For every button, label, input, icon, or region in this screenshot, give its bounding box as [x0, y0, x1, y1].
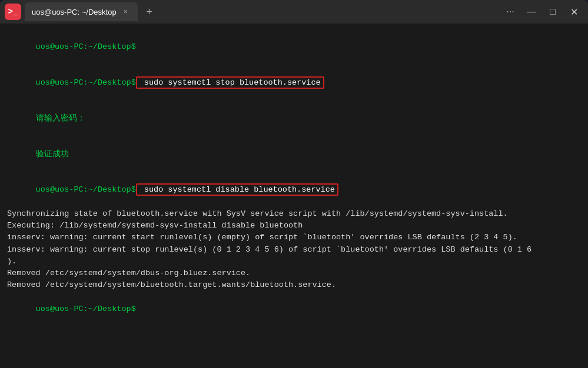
terminal-body[interactable]: uos@uos-PC:~/Desktop$ uos@uos-PC:~/Deskt… — [0, 24, 588, 368]
terminal-line-2: uos@uos-PC:~/Desktop$ sudo systemctl sto… — [7, 65, 581, 101]
terminal-line-4: 验证成功 — [7, 136, 581, 172]
terminal-line-1: uos@uos-PC:~/Desktop$ — [7, 29, 581, 65]
app-icon: >_ — [5, 4, 21, 20]
terminal-window: >_ uos@uos-PC: ~/Desktop × + ··· — □ ✕ u… — [0, 0, 588, 368]
terminal-line-6: Synchronizing state of bluetooth.service… — [7, 208, 581, 220]
tab-close-button[interactable]: × — [121, 7, 131, 16]
active-tab[interactable]: uos@uos-PC: ~/Desktop × — [25, 2, 138, 21]
terminal-line-8: insserv: warning: current start runlevel… — [7, 232, 581, 243]
prompt-2: uos@uos-PC:~/Desktop$ — [36, 78, 136, 87]
prompt-1: uos@uos-PC:~/Desktop$ — [36, 42, 136, 51]
titlebar-left: >_ uos@uos-PC: ~/Desktop × + — [5, 2, 501, 21]
minimize-button[interactable]: — — [522, 2, 541, 21]
password-prompt: 请输入密码： — [36, 114, 85, 123]
cmd-disable: sudo systemctl disable bluetooth.service — [136, 183, 338, 196]
prompt-3: uos@uos-PC:~/Desktop$ — [36, 185, 136, 194]
new-tab-button[interactable]: + — [141, 4, 158, 20]
terminal-line-10: ). — [7, 256, 581, 267]
tab-title: uos@uos-PC: ~/Desktop — [32, 8, 117, 16]
terminal-line-13: uos@uos-PC:~/Desktop$ — [7, 292, 581, 327]
close-button[interactable]: ✕ — [564, 2, 583, 21]
terminal-line-7: Executing: /lib/systemd/systemd-sysv-ins… — [7, 220, 581, 232]
terminal-line-11: Removed /etc/systemd/system/dbus-org.blu… — [7, 267, 581, 279]
titlebar: >_ uos@uos-PC: ~/Desktop × + ··· — □ ✕ — [0, 0, 588, 24]
menu-button[interactable]: ··· — [501, 2, 520, 21]
cmd-stop: sudo systemctl stop bluetooth.service — [136, 76, 324, 89]
terminal-line-12: Removed /etc/systemd/system/bluetooth.ta… — [7, 279, 581, 291]
maximize-button[interactable]: □ — [543, 2, 562, 21]
titlebar-right: ··· — □ ✕ — [501, 2, 583, 21]
success-message: 验证成功 — [36, 150, 69, 159]
terminal-line-9: insserv: warning: current stop runlevel(… — [7, 244, 581, 256]
terminal-line-5: uos@uos-PC:~/Desktop$ sudo systemctl dis… — [7, 172, 581, 208]
terminal-line-3: 请输入密码： — [7, 101, 581, 137]
prompt-final: uos@uos-PC:~/Desktop$ — [36, 305, 136, 313]
